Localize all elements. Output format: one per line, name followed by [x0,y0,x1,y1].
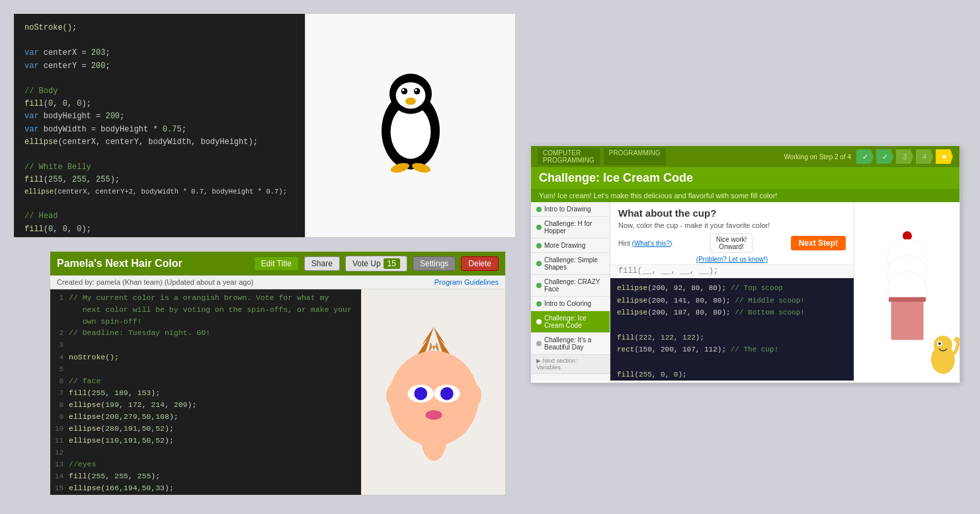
svg-point-33 [934,336,952,354]
breadcrumb: COMPUTERPROGRAMMING PROGRAMMING [538,148,666,165]
sidebar-item-intro-drawing[interactable]: Intro to Drawing [531,202,610,217]
step-star: ★ [936,149,953,164]
penguin-panel: noStroke(); var centerX = 203; var cente… [13,13,516,238]
svg-point-35 [938,342,941,345]
icecream-body: Intro to Drawing Challenge: H for Hopper… [531,202,960,381]
penguin-drawing [358,59,464,192]
vote-up-button[interactable]: Vote Up 15 [345,256,407,272]
sidebar-item-intro-coloring[interactable]: Intro to Coloring [531,297,610,311]
sidebar-dot [536,261,542,266]
svg-point-9 [415,89,417,91]
question-area: What about the cup? Now, color the cup -… [610,202,854,232]
vote-label: Vote Up [352,259,381,268]
nice-work-box: Nice work!Onward! [710,233,753,253]
penguin-canvas [305,14,515,237]
hair-toolbar: Pamela's Next Hair Color Edit Title Shar… [50,252,505,275]
step-2-done: ✓ [876,149,893,164]
vote-count: 15 [384,258,400,269]
hair-subtitle-bar: Created by: pamela (Khan team) (Updated … [50,275,505,289]
hair-body: 1 // My current color is a orangish brow… [50,289,505,496]
icecream-code-editor[interactable]: ellipse(200, 92, 80, 80); // Top scoop e… [610,278,854,381]
icecream-main: What about the cup? Now, color the cup -… [610,202,854,381]
hint-what[interactable]: (What's this?) [632,240,673,247]
svg-point-6 [402,89,404,91]
hint-label: Hint (What's this?) [618,240,672,247]
icecream-subtitle: Yum! Ice cream! Let's make this deliciou… [531,189,960,202]
edit-title-button[interactable]: Edit Title [254,256,299,271]
svg-point-17 [421,414,447,461]
sidebar-item-icecream[interactable]: Challenge: Ice Cream Code [531,311,610,333]
fill-hint-text: fill(__, __, __, __); [618,266,718,275]
svg-point-23 [440,387,453,400]
step-4: 4 [916,149,933,164]
sidebar-dot [536,243,542,248]
icecream-canvas [854,202,960,381]
next-section-label: ▶ Next section:Variables [531,355,610,374]
sidebar-dot [536,283,542,288]
hair-code-editor[interactable]: 1 // My current color is a orangish brow… [50,289,361,496]
svg-point-5 [401,88,407,94]
challenge-title: Challenge: Ice Cream Code [539,171,693,185]
working-on-label: Working on Step 2 of 4 [784,153,851,161]
sidebar-item-more-drawing[interactable]: More Drawing [531,239,610,253]
svg-point-8 [413,88,420,94]
question-title: What about the cup? [618,207,846,219]
svg-rect-31 [889,297,926,302]
icecream-sidebar: Intro to Drawing Challenge: H for Hopper… [531,202,610,381]
sidebar-item-challenge-hopper[interactable]: Challenge: H for Hopper [531,217,610,239]
step-1-done: ✓ [856,149,874,164]
step-3: 3 [896,149,913,164]
face-drawing [374,320,493,465]
svg-marker-15 [428,327,440,354]
question-desc: Now, color the cup - make it your favori… [618,221,846,229]
settings-button[interactable]: Settings [413,256,456,271]
sidebar-dot [536,319,542,324]
problem-link[interactable]: (Problem? Let us know!) [696,256,768,263]
breadcrumb-computer: COMPUTERPROGRAMMING [538,148,600,165]
sidebar-dot [536,207,542,212]
sidebar-dot [536,225,542,230]
mascot-icon [926,334,960,374]
step-indicators: Working on Step 2 of 4 ✓ ✓ 3 4 ★ [784,149,953,164]
next-step-button[interactable]: Next Step! [791,236,846,250]
svg-point-36 [954,337,960,342]
breadcrumb-programming: PROGRAMMING [604,148,666,165]
delete-button[interactable]: Delete [461,256,499,271]
hair-preview-canvas [361,289,505,496]
sidebar-item-simple-shapes[interactable]: Challenge: Simple Shapes [531,253,610,275]
penguin-code-editor[interactable]: noStroke(); var centerX = 203; var cente… [14,14,305,237]
svg-rect-30 [891,299,923,340]
sidebar-dot [536,301,542,307]
sidebar-item-crazy-face[interactable]: Challenge: CRAZY Face [531,275,610,297]
hair-panel: Pamela's Next Hair Color Edit Title Shar… [50,251,506,496]
share-button[interactable]: Share [304,256,340,271]
icecream-header: COMPUTERPROGRAMMING PROGRAMMING Working … [531,146,960,167]
sidebar-item-beautiful-day[interactable]: Challenge: It's a Beautiful Day [531,333,610,355]
svg-point-22 [414,387,427,400]
svg-point-10 [405,98,416,105]
icecream-title-bar: Challenge: Ice Cream Code [531,167,960,189]
hair-panel-title: Pamela's Next Hair Color [57,258,249,270]
svg-point-24 [425,410,442,420]
sidebar-dot [536,341,542,346]
icecream-panel: COMPUTERPROGRAMMING PROGRAMMING Working … [530,145,960,383]
problem-row: (Problem? Let us know!) [610,254,854,264]
hair-subtitle-text: Created by: pamela (Khan team) (Updated … [57,278,253,286]
program-guidelines-link[interactable]: Program Guidelines [434,278,499,286]
svg-point-26 [903,231,912,240]
